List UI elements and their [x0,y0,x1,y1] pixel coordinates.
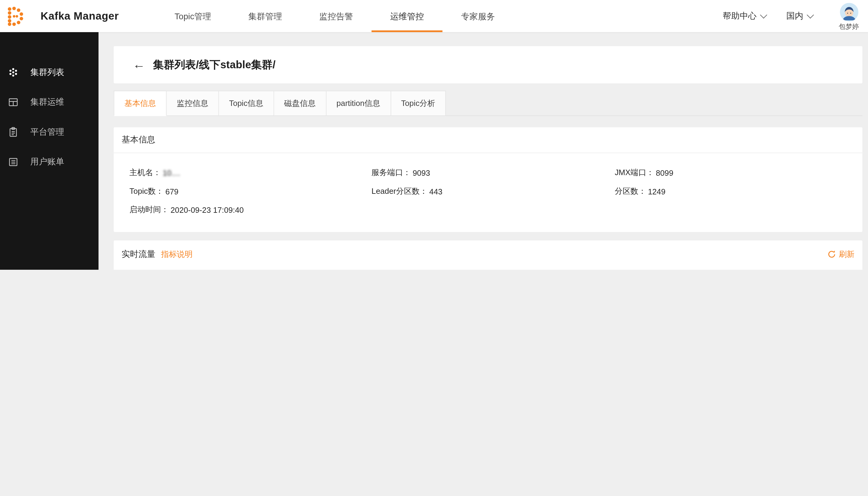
tab-disk-info[interactable]: 磁盘信息 [274,91,326,116]
metrics-table: 名称 平均数 前1分钟 前5分钟 前15分钟 messageIn 31.22 6… [122,267,854,270]
tab-topic-info[interactable]: Topic信息 [219,91,274,116]
col-header-last-15min[interactable]: 前15分钟 [715,267,854,270]
basic-info-card: 基本信息 主机名： 10.... 服务端口： 9093 JMX端口： 8099 … [114,127,863,232]
sidebar-item-cluster-list[interactable]: 集群列表 [0,58,98,87]
basic-info-grid: 主机名： 10.... 服务端口： 9093 JMX端口： 8099 Topic… [114,153,863,232]
sidebar-item-cluster-ops[interactable]: 集群运维 [0,87,98,117]
region-label: 国内 [786,11,803,21]
help-center-label: 帮助中心 [723,11,757,21]
col-header-last-1min[interactable]: 前1分钟 [459,267,583,270]
main-content: ← 集群列表/线下stable集群/ 基本信息 监控信息 Topic信息 磁盘信… [98,32,868,270]
sidebar: 集群列表 集群运维 [0,32,98,270]
tab-partition-info[interactable]: partition信息 [326,91,391,116]
field-topic-count: Topic数： 679 [129,186,372,197]
realtime-traffic-header: 实时流量 指标说明 刷新 [114,241,863,267]
field-jmx-port: JMX端口： 8099 [615,168,854,178]
chevron-down-icon [760,11,767,18]
refresh-label: 刷新 [839,249,854,259]
tab-monitor-info[interactable]: 监控信息 [167,91,219,116]
field-value: 2020-09-23 17:09:40 [171,205,243,214]
field-value: 1249 [648,187,665,196]
field-start-time: 启动时间： 2020-09-23 17:09:40 [129,205,372,215]
sidebar-item-label: 集群列表 [30,67,64,78]
refresh-icon [827,250,836,259]
col-header-name[interactable]: 名称 [122,267,341,270]
help-center-menu[interactable]: 帮助中心 [723,11,767,21]
chevron-down-icon [807,11,814,18]
nav-monitor-alert[interactable]: 监控告警 [301,0,372,32]
cluster-tabs: 基本信息 监控信息 Topic信息 磁盘信息 partition信息 Topic… [114,91,863,116]
basic-info-title: 基本信息 [114,127,863,153]
refresh-button[interactable]: 刷新 [827,249,854,259]
sidebar-item-label: 集群运维 [30,97,64,107]
breadcrumb-card: ← 集群列表/线下stable集群/ [114,46,863,83]
sidebar-item-label: 用户账单 [30,156,64,167]
field-label: JMX端口： [615,168,654,178]
field-value: 9093 [413,168,430,177]
field-leader-partitions: Leader分区数： 443 [372,186,615,197]
table-header-row: 名称 平均数 前1分钟 前5分钟 前15分钟 [122,267,854,270]
metrics-explanation-link[interactable]: 指标说明 [161,249,192,259]
header-right: 帮助中心 国内 包梦婷 [723,1,868,31]
sidebar-item-platform-management[interactable]: 平台管理 [0,117,98,147]
field-label: 启动时间： [129,205,169,215]
realtime-traffic-card: 实时流量 指标说明 刷新 名称 平均数 前1分钟 [114,241,863,270]
sidebar-item-user-billing[interactable]: 用户账单 [0,147,98,177]
list-icon [8,156,19,167]
col-header-last-5min[interactable]: 前5分钟 [583,267,715,270]
clipboard-icon [8,127,19,138]
breadcrumb: 集群列表/线下stable集群/ [153,58,275,72]
tab-basic-info[interactable]: 基本信息 [114,91,167,116]
realtime-traffic-title: 实时流量 [122,249,155,260]
field-value: 10.... [163,168,180,177]
app-logo-icon [4,5,27,28]
col-header-average[interactable]: 平均数 [342,267,459,270]
avatar [839,2,858,21]
nav-ops-control[interactable]: 运维管控 [372,0,443,32]
top-nav: Topic管理 集群管理 监控告警 运维管控 专家服务 [156,0,514,32]
top-header: Kafka Manager Topic管理 集群管理 监控告警 运维管控 专家服… [0,0,868,32]
user-name: 包梦婷 [839,22,859,31]
nav-cluster-management[interactable]: 集群管理 [230,0,301,32]
back-arrow-icon[interactable]: ← [133,59,145,71]
sidebar-item-label: 平台管理 [30,127,64,138]
cluster-honeycomb-icon [8,67,19,78]
sidebar-items: 集群列表 集群运维 [0,32,98,177]
field-partitions: 分区数： 1249 [615,186,854,197]
field-service-port: 服务端口： 9093 [372,168,615,178]
field-value: 443 [429,187,443,196]
field-label: Leader分区数： [372,186,428,197]
field-hostname: 主机名： 10.... [129,168,372,178]
app-title: Kafka Manager [41,10,119,22]
region-selector[interactable]: 国内 [786,11,812,21]
field-value: 8099 [656,168,673,177]
field-value: 679 [165,187,178,196]
field-label: 服务端口： [372,168,411,178]
server-panel-icon [8,97,19,107]
field-label: 主机名： [129,168,161,178]
nav-expert-service[interactable]: 专家服务 [443,0,514,32]
nav-topic-management[interactable]: Topic管理 [156,0,230,32]
field-label: Topic数： [129,186,164,197]
tab-topic-analysis[interactable]: Topic分析 [391,91,446,116]
user-menu[interactable]: 包梦婷 [839,1,859,31]
field-label: 分区数： [615,186,646,197]
kafka-manager-app: Kafka Manager Topic管理 集群管理 监控告警 运维管控 专家服… [0,0,868,270]
